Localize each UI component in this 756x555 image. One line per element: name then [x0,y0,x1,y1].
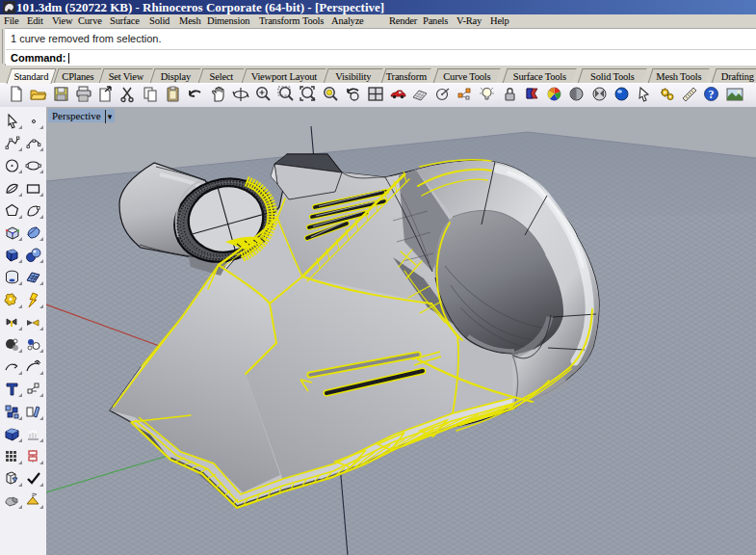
svg-text:?: ? [709,88,715,101]
